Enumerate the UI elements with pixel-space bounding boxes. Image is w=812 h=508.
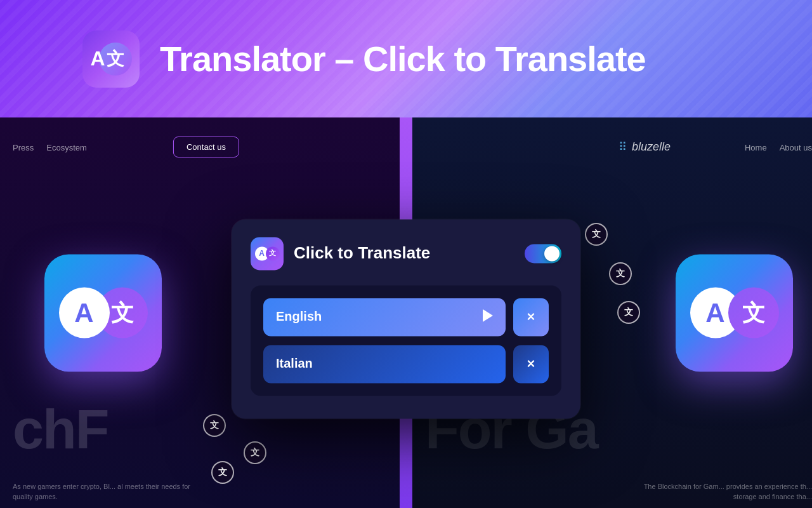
logo-zh-letter: 文 [107, 47, 124, 71]
target-language-label: Italian [276, 356, 313, 370]
popup-title: Click to Translate [294, 243, 430, 263]
target-delete-icon: × [527, 356, 535, 372]
page-title: Translator – Click to Translate [160, 38, 646, 79]
source-language-button[interactable]: English [263, 298, 506, 336]
header-banner: A 文 Translator – Click to Translate [0, 0, 812, 117]
right-nav: Home About us [745, 143, 812, 152]
target-language-delete-button[interactable]: × [513, 345, 549, 383]
language-container: English × Italian × [251, 285, 561, 396]
app-logo: A 文 [82, 30, 140, 88]
right-icon-zh: 文 [728, 288, 779, 338]
left-nav-item-1: Press [13, 143, 34, 152]
float-icon-5: 文 [211, 461, 234, 484]
bluzelle-name: bluzelle [632, 140, 671, 154]
left-contact-button: Contact us [173, 137, 239, 157]
popup-app-icon: A 文 [251, 237, 284, 270]
right-nav-item-2: About us [780, 143, 812, 152]
left-sub-text: As new gamers enter crypto, Bl... al mee… [13, 482, 203, 502]
float-icon-1: 文 [585, 223, 608, 246]
left-nav: Press Ecosystem [13, 143, 87, 152]
target-language-button[interactable]: Italian [263, 345, 506, 383]
toggle-knob [544, 246, 560, 261]
left-icon-a: A [59, 288, 110, 338]
popup-icon-zh: 文 [266, 246, 280, 260]
right-app-icon: A 文 [676, 254, 793, 371]
right-sub-text: The Blockchain for Gam... provides an ex… [634, 482, 812, 502]
target-language-row: Italian × [263, 345, 549, 383]
cursor-shape-icon [483, 309, 493, 321]
popup-header: A 文 Click to Translate [251, 237, 561, 270]
bluzelle-dots-icon: ⠿ [619, 140, 627, 154]
source-language-delete-button[interactable]: × [513, 298, 549, 336]
popup-card: A 文 Click to Translate English [232, 219, 580, 418]
main-area: Press Ecosystem Contact us chF As new ga… [0, 117, 812, 508]
source-delete-icon: × [527, 309, 535, 325]
float-icon-3: 文 [617, 301, 640, 324]
float-icon-2: 文 [609, 262, 632, 285]
cursor-icon [483, 309, 493, 324]
right-nav-item-1: Home [745, 143, 767, 152]
source-language-label: English [276, 309, 322, 323]
toggle-switch[interactable] [525, 244, 561, 263]
left-nav-item-2: Ecosystem [46, 143, 87, 152]
left-app-icon: A 文 [44, 254, 162, 371]
popup-header-left: A 文 Click to Translate [251, 237, 430, 270]
source-language-row: English × [263, 298, 549, 336]
logo-a-letter: A [90, 47, 105, 70]
